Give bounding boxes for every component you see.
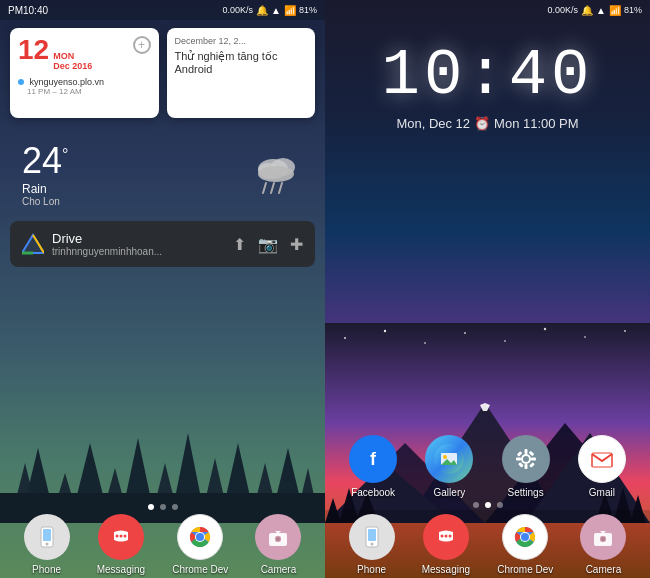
cal-header: 12 MON Dec 2016 + [18, 36, 151, 71]
cal-add-button[interactable]: + [133, 36, 151, 54]
svg-point-43 [344, 337, 346, 339]
right-dot-1[interactable] [473, 502, 479, 508]
right-dock-chrome[interactable]: Chrome Dev [497, 514, 553, 575]
clock-area: 10:40 Mon, Dec 12 ⏰ Mon 11:00 PM [325, 20, 650, 131]
left-dock-phone[interactable]: Phone [24, 514, 70, 575]
right-phone-label: Phone [357, 564, 386, 575]
settings-icon [502, 435, 550, 483]
cal-event: kynguyenso.plo.vn 11 PM – 12 AM [18, 77, 151, 96]
right-panel: 0.00K/s 🔔 ▲ 📶 81% 10:40 Mon, Dec 12 ⏰ Mo… [325, 0, 650, 578]
right-messaging-icon [423, 514, 469, 560]
calendar-card[interactable]: 12 MON Dec 2016 + kynguyenso.plo.vn 11 P… [10, 28, 159, 118]
weather-temp: 24° [22, 140, 68, 182]
phone-icon [24, 514, 70, 560]
svg-line-19 [263, 183, 266, 193]
network-speed-right: 0.00K/s [548, 5, 579, 15]
svg-line-21 [279, 183, 282, 193]
left-dock-chrome[interactable]: Chrome Dev [172, 514, 228, 575]
right-dot-2[interactable] [485, 502, 491, 508]
svg-point-88 [444, 534, 447, 537]
svg-point-71 [523, 456, 529, 462]
svg-rect-72 [524, 449, 527, 454]
svg-rect-84 [368, 529, 376, 541]
cal-day-num: 12 [18, 36, 49, 64]
left-panel: PM10:40 0.00K/s 🔔 ▲ 📶 81% 12 MON Dec 201… [0, 0, 325, 578]
svg-point-47 [504, 340, 506, 342]
gmail-label: Gmail [589, 487, 615, 498]
svg-point-32 [119, 534, 122, 537]
svg-point-41 [276, 537, 280, 541]
svg-rect-74 [516, 458, 521, 461]
gallery-icon [425, 435, 473, 483]
network-speed-left: 0.00K/s [223, 5, 254, 15]
cal-month: Dec 2016 [53, 61, 92, 71]
svg-rect-75 [531, 458, 536, 461]
svg-point-45 [424, 342, 426, 344]
cal-date-block: 12 MON Dec 2016 [18, 36, 92, 71]
bell-icon-right: 🔔 [581, 5, 593, 16]
svg-rect-73 [524, 464, 527, 469]
right-dock-camera[interactable]: Camera [580, 514, 626, 575]
wifi-icon-right: 📶 [609, 5, 621, 16]
right-dock-messaging[interactable]: Messaging [422, 514, 470, 575]
svg-point-18 [258, 166, 294, 182]
drive-upload-button[interactable]: ⬆ [233, 235, 246, 254]
clock-date-label: Mon, Dec 12 ⏰ Mon 11:00 PM [396, 116, 578, 131]
drive-logo-icon [22, 233, 44, 255]
right-grid-facebook[interactable]: f Facebook [349, 435, 397, 498]
right-dot-3[interactable] [497, 502, 503, 508]
svg-point-89 [448, 534, 451, 537]
drive-actions: ⬆ 📷 ✚ [233, 235, 303, 254]
cloud-rain-icon [248, 149, 303, 199]
left-dock-messaging[interactable]: Messaging [97, 514, 145, 575]
right-dock: Phone Messaging [325, 510, 650, 578]
drive-subtitle: trinhnnguyenminhhoan... [52, 246, 162, 257]
svg-point-44 [384, 330, 386, 332]
weather-info: 24° Rain Cho Lon [22, 140, 68, 207]
right-status-bar: 0.00K/s 🔔 ▲ 📶 81% [325, 0, 650, 20]
right-dock-phone[interactable]: Phone [349, 514, 395, 575]
right-grid-gmail[interactable]: Gmail [578, 435, 626, 498]
left-time: PM10:40 [8, 5, 48, 16]
drive-title: Drive [52, 231, 162, 246]
gallery-label: Gallery [434, 487, 466, 498]
svg-point-85 [370, 542, 373, 545]
bell-icon: 🔔 [256, 5, 268, 16]
drive-add-button[interactable]: ✚ [290, 235, 303, 254]
svg-marker-23 [22, 235, 44, 253]
messaging-icon [98, 514, 144, 560]
svg-point-31 [115, 534, 118, 537]
battery-right: 81% [624, 5, 642, 15]
right-page-dots [325, 502, 650, 508]
svg-point-37 [196, 533, 204, 541]
settings-label: Settings [508, 487, 544, 498]
weather-widget[interactable]: 24° Rain Cho Lon [10, 130, 315, 217]
weather-location: Cho Lon [22, 196, 68, 207]
left-status-bar: PM10:40 0.00K/s 🔔 ▲ 📶 81% [0, 0, 325, 20]
right-status-icons: 0.00K/s 🔔 ▲ 📶 81% [548, 5, 642, 16]
signal-icon-right: ▲ [596, 5, 606, 16]
gmail-icon [578, 435, 626, 483]
right-grid-settings[interactable]: Settings [502, 435, 550, 498]
right-camera-label: Camera [586, 564, 622, 575]
right-grid-gallery[interactable]: Gallery [425, 435, 473, 498]
note-card[interactable]: December 12, 2... Thử nghiệm tăng tốc An… [167, 28, 316, 118]
svg-point-93 [521, 533, 529, 541]
svg-point-29 [45, 542, 48, 545]
right-app-grid: f Facebook [325, 435, 650, 498]
alarm-icon: ⏰ [474, 116, 490, 131]
camera-icon [255, 514, 301, 560]
left-dock: Phone Messaging [0, 510, 325, 578]
note-title: Thử nghiệm tăng tốc Android [175, 50, 308, 75]
cal-event-title: kynguyenso.plo.vn [30, 77, 105, 87]
svg-point-87 [440, 534, 443, 537]
note-date: December 12, 2... [175, 36, 308, 46]
svg-point-48 [544, 328, 546, 330]
left-phone-label: Phone [32, 564, 61, 575]
cal-event-time: 11 PM – 12 AM [27, 87, 151, 96]
drive-widget[interactable]: Drive trinhnnguyenminhhoan... ⬆ 📷 ✚ [10, 221, 315, 267]
drive-camera-button[interactable]: 📷 [258, 235, 278, 254]
wifi-icon: 📶 [284, 5, 296, 16]
left-camera-label: Camera [261, 564, 297, 575]
left-dock-camera[interactable]: Camera [255, 514, 301, 575]
